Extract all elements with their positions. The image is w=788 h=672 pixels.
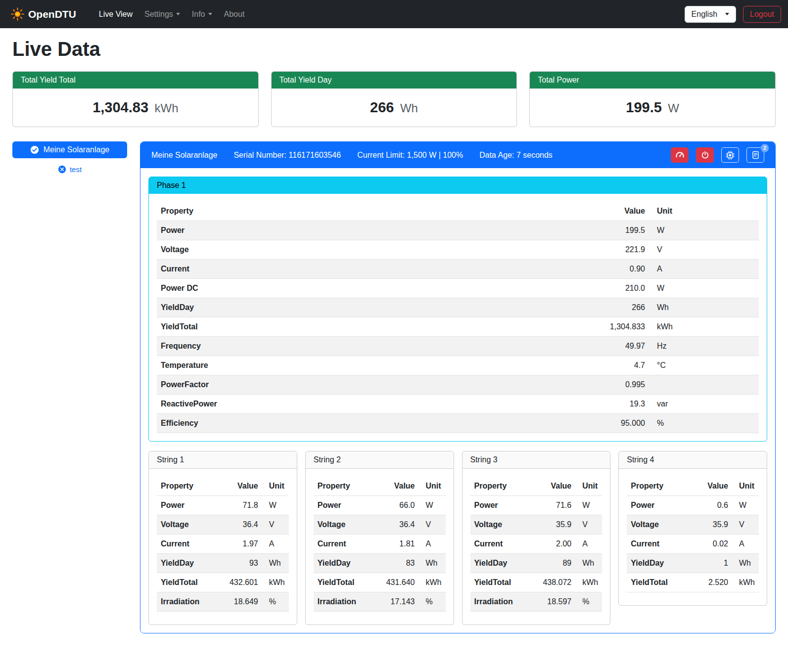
unit-cell: W <box>732 496 759 515</box>
unit-cell: Wh <box>419 554 446 573</box>
string-3-table: Property Value Unit Power71.6WVoltage35.… <box>470 477 603 612</box>
property-cell: Irradiation <box>157 592 226 612</box>
unit-cell: V <box>262 515 289 535</box>
power-icon <box>701 151 709 159</box>
property-cell: Voltage <box>314 515 382 535</box>
nav-settings[interactable]: Settings <box>139 6 186 23</box>
strings-row: String 1 Property Value Unit <box>148 451 767 625</box>
unit-cell: V <box>419 515 446 535</box>
table-row: PowerFactor0.995 <box>157 375 759 395</box>
value-cell: 35.9 <box>539 515 575 535</box>
col-value: Value <box>226 477 262 496</box>
value-cell: 266 <box>575 298 649 317</box>
property-cell: Efficiency <box>157 414 575 433</box>
property-cell: YieldDay <box>627 554 697 573</box>
col-unit: Unit <box>649 202 759 221</box>
unit-cell: W <box>649 221 759 240</box>
unit-cell: V <box>575 515 602 535</box>
power-control-button[interactable] <box>696 147 714 163</box>
limit-settings-button[interactable] <box>671 147 689 163</box>
unit-cell: Wh <box>575 554 602 573</box>
table-row: Irradiation18.597% <box>470 592 603 612</box>
table-row: YieldDay89Wh <box>470 554 603 573</box>
col-unit: Unit <box>262 477 289 496</box>
nav-about[interactable]: About <box>218 6 251 23</box>
sidebar-item-test[interactable]: test <box>55 165 85 174</box>
value-cell: 89 <box>539 554 575 573</box>
property-cell: Current <box>470 535 539 554</box>
property-cell: Power <box>627 496 697 515</box>
property-cell: Irradiation <box>314 592 382 612</box>
x-circle-icon <box>58 165 66 174</box>
value-cell: 18.597 <box>539 592 575 612</box>
inverter-name: Meine Solaranlage <box>151 151 217 160</box>
table-row: Frequency49.97Hz <box>157 337 759 356</box>
unit-cell: Wh <box>732 554 759 573</box>
brand-link[interactable]: OpenDTU <box>7 5 80 23</box>
total-yield-day-card: Total Yield Day 266 Wh <box>271 71 517 127</box>
unit-cell: var <box>649 395 759 414</box>
events-count-badge: 2 <box>761 144 769 152</box>
sidebar-item-label: test <box>70 165 82 174</box>
nav-live-view-label: Live View <box>99 10 133 19</box>
navbar: OpenDTU Live View Settings Info About En… <box>0 0 788 28</box>
table-row: Temperature4.7°C <box>157 356 759 375</box>
table-row: Irradiation18.649% <box>157 592 289 612</box>
inverter-sidebar: Meine Solaranlage test <box>12 141 127 174</box>
property-cell: Power <box>157 221 575 240</box>
nav-info[interactable]: Info <box>186 6 218 23</box>
property-cell: Current <box>627 535 697 554</box>
inverter-serial: Serial Number: 116171603546 <box>233 151 341 160</box>
string-4-card: String 4 Property Value Unit <box>618 451 767 606</box>
inverter-data-age: Data Age: 7 seconds <box>479 151 553 160</box>
nav-info-label: Info <box>192 10 205 19</box>
value-cell: 0.995 <box>575 375 649 395</box>
table-row: Voltage35.9V <box>470 515 603 535</box>
total-yield-total-unit: kWh <box>155 101 179 115</box>
card-title: Total Power <box>530 72 775 89</box>
property-cell: YieldDay <box>314 554 382 573</box>
unit-cell: °C <box>649 356 759 375</box>
unit-cell: A <box>575 535 602 554</box>
journal-icon <box>751 151 760 159</box>
property-cell: Voltage <box>157 240 575 260</box>
device-info-button[interactable] <box>721 147 739 163</box>
value-cell: 19.3 <box>575 395 649 414</box>
property-cell: Frequency <box>157 337 575 356</box>
value-cell: 66.0 <box>382 496 419 515</box>
logout-button[interactable]: Logout <box>743 6 781 23</box>
string-card-title: String 2 <box>306 451 454 469</box>
table-header-row: Property Value Unit <box>627 477 759 496</box>
unit-cell: A <box>732 535 759 554</box>
unit-cell: V <box>732 515 759 535</box>
table-row: Current1.97A <box>157 535 289 554</box>
property-cell: Power <box>470 496 539 515</box>
nav-live-view[interactable]: Live View <box>93 6 139 23</box>
inverter-panel: Meine Solaranlage Serial Number: 1161716… <box>140 141 776 633</box>
inverter-actions: 2 <box>671 147 764 163</box>
property-cell: Power DC <box>157 279 575 298</box>
total-power-card: Total Power 199.5 W <box>529 71 776 127</box>
total-yield-total-card: Total Yield Total 1,304.83 kWh <box>12 71 259 127</box>
string-card-body: Property Value Unit Power66.0WVoltage36.… <box>306 469 454 625</box>
sidebar-item-label: Meine Solaranlage <box>44 145 109 154</box>
phase-card-title: Phase 1 <box>149 177 767 194</box>
value-cell: 221.9 <box>575 240 649 260</box>
table-header-row: Property Value Unit <box>157 477 289 496</box>
string-2-card: String 2 Property Value Unit <box>305 451 454 625</box>
value-cell: 93 <box>226 554 262 573</box>
unit-cell: % <box>262 592 289 612</box>
event-log-button[interactable]: 2 <box>746 147 764 163</box>
nav-about-label: About <box>224 10 245 19</box>
unit-cell: W <box>262 496 289 515</box>
table-row: YieldTotal432.601kWh <box>157 573 289 592</box>
table-row: YieldDay93Wh <box>157 554 289 573</box>
table-row: Voltage36.4V <box>314 515 446 535</box>
card-body: 266 Wh <box>272 89 517 127</box>
value-cell: 71.6 <box>539 496 575 515</box>
total-yield-day-unit: Wh <box>400 101 418 115</box>
sidebar-item-meine-solaranlage[interactable]: Meine Solaranlage <box>12 141 127 158</box>
language-select[interactable]: English <box>685 6 736 23</box>
string-card-title: String 1 <box>149 451 297 469</box>
phase-table: Property Value Unit Power199.5WVoltage22… <box>157 202 759 433</box>
